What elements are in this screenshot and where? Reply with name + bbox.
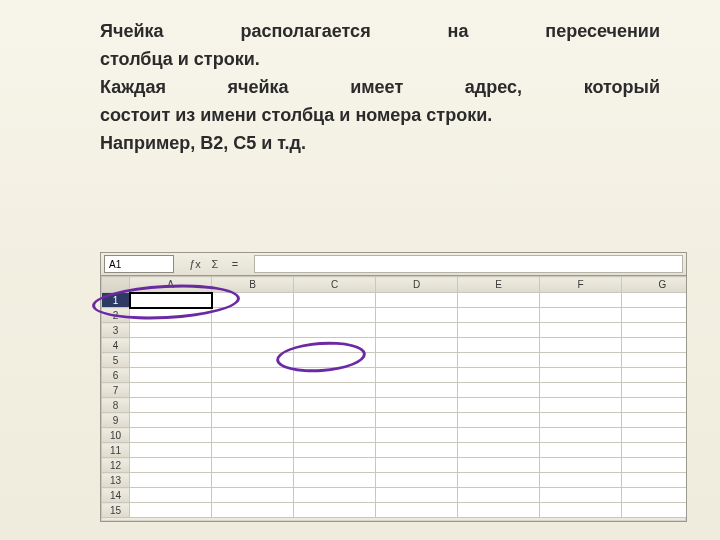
cell[interactable] bbox=[130, 353, 212, 368]
cell[interactable] bbox=[294, 353, 376, 368]
col-header[interactable]: E bbox=[458, 277, 540, 293]
cell[interactable] bbox=[130, 428, 212, 443]
cell[interactable] bbox=[212, 398, 294, 413]
cell[interactable] bbox=[376, 293, 458, 308]
cell[interactable] bbox=[540, 443, 622, 458]
cell[interactable] bbox=[622, 368, 688, 383]
cell[interactable] bbox=[376, 473, 458, 488]
cell[interactable] bbox=[212, 488, 294, 503]
col-header[interactable]: G bbox=[622, 277, 688, 293]
cell[interactable] bbox=[294, 398, 376, 413]
cell[interactable] bbox=[540, 353, 622, 368]
cell[interactable] bbox=[622, 488, 688, 503]
cell[interactable] bbox=[130, 323, 212, 338]
cell[interactable] bbox=[294, 473, 376, 488]
cell[interactable] bbox=[130, 473, 212, 488]
cell[interactable] bbox=[376, 368, 458, 383]
cell[interactable] bbox=[458, 323, 540, 338]
row-header[interactable]: 14 bbox=[102, 488, 130, 503]
select-all-corner[interactable] bbox=[102, 277, 130, 293]
cell[interactable] bbox=[622, 353, 688, 368]
cell[interactable] bbox=[212, 413, 294, 428]
cell[interactable] bbox=[294, 293, 376, 308]
cell[interactable] bbox=[458, 338, 540, 353]
row-header[interactable]: 3 bbox=[102, 323, 130, 338]
cell[interactable] bbox=[130, 293, 212, 308]
row-header[interactable]: 11 bbox=[102, 443, 130, 458]
cell[interactable] bbox=[540, 398, 622, 413]
cell[interactable] bbox=[294, 503, 376, 518]
cell[interactable] bbox=[294, 323, 376, 338]
cell[interactable] bbox=[376, 338, 458, 353]
cell[interactable] bbox=[458, 368, 540, 383]
cell[interactable] bbox=[212, 458, 294, 473]
cell[interactable] bbox=[130, 383, 212, 398]
cell[interactable] bbox=[294, 308, 376, 323]
cell[interactable] bbox=[376, 413, 458, 428]
cell[interactable] bbox=[458, 473, 540, 488]
col-header[interactable]: A bbox=[130, 277, 212, 293]
cell[interactable] bbox=[212, 443, 294, 458]
row-header[interactable]: 7 bbox=[102, 383, 130, 398]
cell[interactable] bbox=[458, 293, 540, 308]
name-box[interactable]: A1 bbox=[104, 255, 174, 273]
cell[interactable] bbox=[212, 473, 294, 488]
cell[interactable] bbox=[212, 383, 294, 398]
cell[interactable] bbox=[294, 368, 376, 383]
cell[interactable] bbox=[622, 398, 688, 413]
cell[interactable] bbox=[212, 428, 294, 443]
cell[interactable] bbox=[540, 368, 622, 383]
cell[interactable] bbox=[540, 293, 622, 308]
cell[interactable] bbox=[130, 488, 212, 503]
cell[interactable] bbox=[212, 503, 294, 518]
cell[interactable] bbox=[622, 473, 688, 488]
cell[interactable] bbox=[376, 353, 458, 368]
cell[interactable] bbox=[376, 398, 458, 413]
cell[interactable] bbox=[376, 458, 458, 473]
col-header[interactable]: D bbox=[376, 277, 458, 293]
cell[interactable] bbox=[376, 488, 458, 503]
cell[interactable] bbox=[212, 308, 294, 323]
cell[interactable] bbox=[458, 503, 540, 518]
cell[interactable] bbox=[212, 323, 294, 338]
row-header[interactable]: 6 bbox=[102, 368, 130, 383]
cell[interactable] bbox=[212, 368, 294, 383]
cell[interactable] bbox=[458, 443, 540, 458]
cell[interactable] bbox=[622, 293, 688, 308]
sigma-icon[interactable]: Σ bbox=[208, 258, 222, 270]
col-header[interactable]: C bbox=[294, 277, 376, 293]
row-header[interactable]: 8 bbox=[102, 398, 130, 413]
cell[interactable] bbox=[294, 338, 376, 353]
cell[interactable] bbox=[458, 353, 540, 368]
col-header[interactable]: F bbox=[540, 277, 622, 293]
formula-input[interactable] bbox=[254, 255, 683, 273]
cell[interactable] bbox=[540, 473, 622, 488]
row-header[interactable]: 1 bbox=[102, 293, 130, 308]
cell[interactable] bbox=[622, 323, 688, 338]
cell[interactable] bbox=[540, 383, 622, 398]
col-header[interactable]: B bbox=[212, 277, 294, 293]
row-header[interactable]: 15 bbox=[102, 503, 130, 518]
row-header[interactable]: 4 bbox=[102, 338, 130, 353]
cell[interactable] bbox=[622, 458, 688, 473]
cell[interactable] bbox=[294, 488, 376, 503]
cell[interactable] bbox=[540, 428, 622, 443]
cell[interactable] bbox=[540, 503, 622, 518]
row-header[interactable]: 9 bbox=[102, 413, 130, 428]
cell[interactable] bbox=[130, 413, 212, 428]
row-header[interactable]: 10 bbox=[102, 428, 130, 443]
cell[interactable] bbox=[130, 503, 212, 518]
cell[interactable] bbox=[294, 443, 376, 458]
cell[interactable] bbox=[622, 413, 688, 428]
cell[interactable] bbox=[622, 383, 688, 398]
cell[interactable] bbox=[376, 503, 458, 518]
cell[interactable] bbox=[540, 338, 622, 353]
cell[interactable] bbox=[130, 308, 212, 323]
cell[interactable] bbox=[130, 368, 212, 383]
cell[interactable] bbox=[622, 503, 688, 518]
cell[interactable] bbox=[622, 338, 688, 353]
cell[interactable] bbox=[294, 383, 376, 398]
cell[interactable] bbox=[458, 488, 540, 503]
cell[interactable] bbox=[376, 443, 458, 458]
cell[interactable] bbox=[458, 398, 540, 413]
